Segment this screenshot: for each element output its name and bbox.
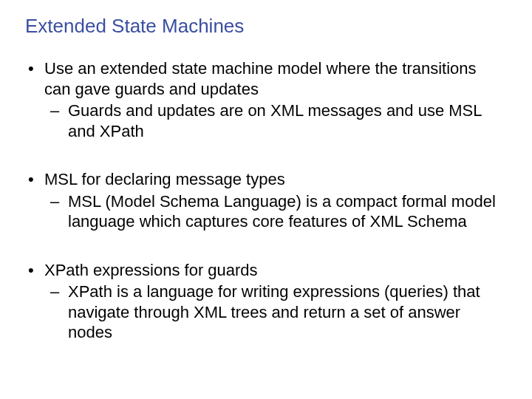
list-item: XPath is a language for writing expressi… — [44, 282, 507, 343]
sub-list: XPath is a language for writing expressi… — [44, 282, 507, 343]
bullet-text: Guards and updates are on XML messages a… — [68, 101, 482, 140]
bullet-text: Use an extended state machine model wher… — [44, 59, 477, 98]
bullet-text: XPath is a language for writing expressi… — [68, 282, 480, 341]
list-item: MSL for declaring message types MSL (Mod… — [25, 169, 507, 232]
list-item: Use an extended state machine model wher… — [25, 58, 507, 141]
bullet-list: Use an extended state machine model wher… — [25, 58, 507, 343]
list-item: MSL (Model Schema Language) is a compact… — [44, 191, 507, 232]
bullet-text: MSL for declaring message types — [44, 170, 285, 188]
bullet-text: XPath expressions for guards — [44, 261, 258, 279]
list-item: XPath expressions for guards XPath is a … — [25, 260, 507, 343]
bullet-text: MSL (Model Schema Language) is a compact… — [68, 192, 496, 231]
sub-list: MSL (Model Schema Language) is a compact… — [44, 191, 507, 232]
sub-list: Guards and updates are on XML messages a… — [44, 100, 507, 141]
list-item: Guards and updates are on XML messages a… — [44, 100, 507, 141]
slide: Extended State Machines Use an extended … — [0, 0, 532, 399]
slide-title: Extended State Machines — [25, 15, 507, 38]
